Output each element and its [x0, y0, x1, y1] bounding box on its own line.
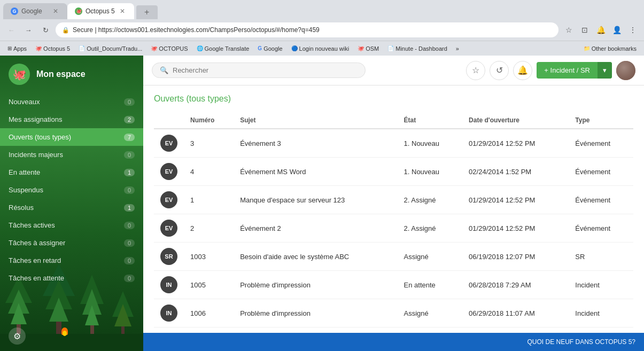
- row-date: 01/29/2014 12:52 PM: [462, 186, 569, 214]
- bookmark-other-label: Other bookmarks: [592, 45, 637, 52]
- chrome-cast-button[interactable]: ⊡: [578, 23, 592, 37]
- google-tab-close[interactable]: ✕: [51, 7, 60, 15]
- bookmark-minute-label: Minute - Dashboard: [395, 45, 447, 52]
- nav-resolus-label: Résolus: [9, 204, 34, 212]
- nav-en-attente[interactable]: En attente 1: [0, 163, 143, 181]
- table-row[interactable]: EV 1 Manque d'espace sur serveur 123 2. …: [154, 186, 633, 214]
- row-etat: 1. Nouveau: [398, 129, 463, 158]
- secure-label: Secure: [73, 26, 93, 34]
- row-badge-cell: EV: [154, 158, 184, 186]
- nav-incidents-majeurs[interactable]: Incidents majeurs 0: [0, 146, 143, 163]
- row-type: Incident: [569, 299, 633, 327]
- bookmark-outil[interactable]: 📄 Outil_Docum/Tradu...: [75, 44, 145, 53]
- row-type: SR: [569, 243, 633, 271]
- col-etat: État: [398, 112, 463, 129]
- nav-ouverts[interactable]: Ouverts (tous types) 7: [0, 128, 143, 146]
- row-date: 06/19/2018 12:07 PM: [462, 243, 569, 271]
- nav-suspendus-badge: 0: [124, 186, 135, 194]
- nav-mes-assignations[interactable]: Mes assignations 2: [0, 111, 143, 128]
- bookmark-more[interactable]: »: [453, 44, 462, 53]
- bookmark-minute[interactable]: 📄 Minute - Dashboard: [384, 44, 451, 53]
- octopus-logo[interactable]: 🐙: [9, 64, 30, 85]
- nav-suspendus-label: Suspendus: [9, 186, 43, 194]
- bookmark-wiki[interactable]: 🔵 Login nouveau wiki: [288, 44, 353, 53]
- bookmark-star-button[interactable]: ☆: [562, 23, 576, 37]
- nav-taches-actives[interactable]: Tâches actives 0: [0, 216, 143, 234]
- reload-button[interactable]: ↻: [38, 23, 52, 37]
- bookmark-outil-label: Outil_Docum/Tradu...: [87, 45, 142, 52]
- google-tab[interactable]: G Google ✕: [3, 3, 67, 19]
- col-sujet: Sujet: [234, 112, 397, 129]
- bookmark-wiki-label: Login nouveau wiki: [299, 45, 350, 52]
- address-bar[interactable]: 🔒 Secure | https://octows001.esitechnolo…: [56, 22, 558, 37]
- sidebar-header: 🐙 Mon espace: [0, 56, 143, 93]
- incident-btn-dropdown[interactable]: ▾: [598, 62, 612, 79]
- search-input[interactable]: [173, 66, 358, 74]
- table-row[interactable]: IN 1005 Problème d'impression En attente…: [154, 271, 633, 299]
- bookmark-octopus-label: OCTOPUS: [159, 45, 188, 52]
- forward-button[interactable]: →: [21, 23, 35, 37]
- settings-button[interactable]: ⚙: [9, 327, 26, 345]
- table-row[interactable]: EV 4 Événement MS Word 1. Nouveau 02/24/…: [154, 158, 633, 186]
- bookmark-other[interactable]: 📁 Other bookmarks: [580, 44, 640, 53]
- row-etat: Assigné: [398, 299, 463, 327]
- data-table: Numéro Sujet État Date d'ouverture Type …: [154, 112, 633, 327]
- row-numero: 3: [184, 129, 234, 158]
- table-row[interactable]: EV 2 Événement 2 2. Assigné 01/29/2014 1…: [154, 214, 633, 243]
- new-tab-button[interactable]: +: [136, 5, 158, 19]
- sidebar-footer: ⚙: [0, 321, 143, 351]
- octopus-tab[interactable]: 🐙 Octopus 5 ✕: [67, 3, 134, 19]
- bookmark-osm-label: OSM: [366, 45, 379, 52]
- row-etat: 2. Assigné: [398, 186, 463, 214]
- profile-button[interactable]: 👤: [610, 23, 624, 37]
- browser-tabs: G Google ✕ 🐙 Octopus 5 ✕ +: [0, 0, 644, 19]
- row-sujet: Événement MS Word: [234, 158, 397, 186]
- bookmark-octopus5-label: Octopus 5: [43, 45, 70, 52]
- extension-button[interactable]: 🔔: [594, 23, 608, 37]
- nav-taches-actives-badge: 0: [124, 222, 135, 229]
- nav-incidents-majeurs-label: Incidents majeurs: [9, 151, 63, 159]
- table-row[interactable]: EV 3 Événement 3 1. Nouveau 01/29/2014 1…: [154, 129, 633, 158]
- bookmark-apps[interactable]: ⊞ Apps: [4, 44, 30, 53]
- row-sujet: Problème d'impression: [234, 271, 397, 299]
- bookmark-octopus5[interactable]: 🐙 Octopus 5: [32, 44, 73, 53]
- nav-taches-actives-label: Tâches actives: [9, 221, 55, 229]
- octopus-tab-close[interactable]: ✕: [118, 7, 127, 15]
- nav-suspendus[interactable]: Suspendus 0: [0, 181, 143, 199]
- table-row[interactable]: SR 1003 Besoin d'aide avec le système AB…: [154, 243, 633, 271]
- incident-sr-button[interactable]: + Incident / SR ▾: [537, 62, 612, 79]
- nav-en-attente-label: En attente: [9, 168, 40, 176]
- incident-btn-label: + Incident / SR: [537, 62, 598, 79]
- nav-resolus[interactable]: Résolus 1: [0, 199, 143, 216]
- app-container: 🐙 Mon espace Nouveaux 0 Mes assignations…: [0, 56, 644, 351]
- favorites-button[interactable]: ☆: [466, 61, 485, 80]
- type-badge: EV: [160, 220, 177, 237]
- nav-mes-assignations-label: Mes assignations: [9, 115, 62, 123]
- bookmark-osm[interactable]: 🐙 OSM: [354, 44, 382, 53]
- nav-taches-assigner[interactable]: Tâches à assigner 0: [0, 234, 143, 252]
- nav-nouveaux[interactable]: Nouveaux 0: [0, 93, 143, 111]
- sidebar-content: 🐙 Mon espace Nouveaux 0 Mes assignations…: [0, 56, 143, 351]
- user-avatar[interactable]: [616, 61, 635, 80]
- address-text: Secure | https://octows001.esitechnologi…: [73, 26, 552, 34]
- notifications-button[interactable]: 🔔: [513, 61, 532, 80]
- nav-taches-assigner-label: Tâches à assigner: [9, 239, 65, 247]
- row-badge-cell: EV: [154, 214, 184, 243]
- history-button[interactable]: ↺: [490, 61, 509, 80]
- row-type: Événement: [569, 158, 633, 186]
- nav-taches-retard[interactable]: Tâches en retard 0: [0, 252, 143, 269]
- table-row[interactable]: IN 1006 Problème d'impression Assigné 06…: [154, 299, 633, 327]
- bookmark-google[interactable]: G Google: [254, 44, 285, 53]
- row-date: 01/29/2014 12:52 PM: [462, 214, 569, 243]
- type-badge: EV: [160, 135, 177, 152]
- bookmark-gtranslate[interactable]: 🌐 Google Translate: [193, 44, 253, 53]
- nav-taches-en-attente[interactable]: Tâches en attente 0: [0, 269, 143, 287]
- sidebar: 🐙 Mon espace Nouveaux 0 Mes assignations…: [0, 56, 143, 351]
- bottom-bar[interactable]: QUOI DE NEUF DANS OCTOPUS 5?: [143, 333, 644, 351]
- back-button[interactable]: ←: [4, 23, 18, 37]
- bookmark-apps-label: Apps: [13, 45, 27, 52]
- menu-button[interactable]: ⋮: [626, 23, 640, 37]
- bookmark-octopus[interactable]: 🐙 OCTOPUS: [148, 44, 191, 53]
- top-bar: 🔍 ☆ ↺ 🔔 + Incident / SR ▾: [143, 56, 644, 85]
- row-numero: 1: [184, 186, 234, 214]
